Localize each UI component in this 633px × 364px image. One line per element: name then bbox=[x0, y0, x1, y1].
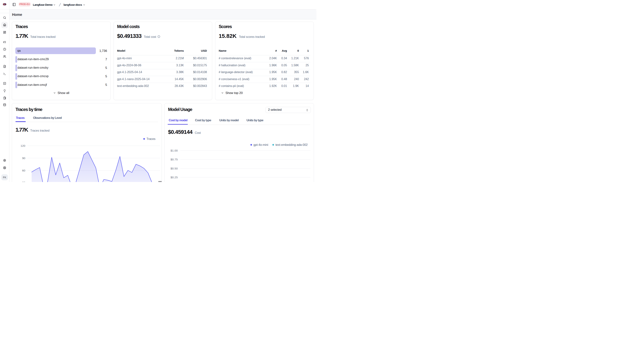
svg-text:120: 120 bbox=[21, 144, 25, 147]
svg-text:$0.75: $0.75 bbox=[170, 158, 178, 161]
svg-text:$0.25: $0.25 bbox=[170, 176, 178, 179]
svg-text:30: 30 bbox=[22, 181, 26, 182]
svg-text:$0.50: $0.50 bbox=[170, 167, 178, 170]
svg-text:90: 90 bbox=[22, 156, 26, 160]
svg-text:60: 60 bbox=[22, 169, 26, 172]
svg-text:$1.00: $1.00 bbox=[170, 149, 178, 152]
